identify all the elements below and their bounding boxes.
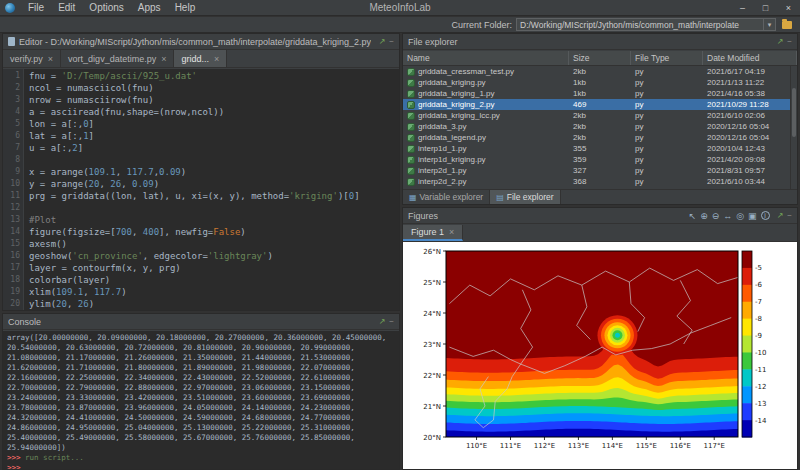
- menu-edit[interactable]: Edit: [51, 0, 82, 16]
- svg-text:-6: -6: [755, 281, 763, 289]
- file-row[interactable]: interp2d_2.py368py2021/6/10 03:44: [403, 176, 790, 187]
- close-icon[interactable]: ×: [161, 54, 166, 64]
- file-name-cell: griddata_legend.py: [403, 133, 569, 142]
- file-row[interactable]: griddata_kriging_lcc.py2kbpy2021/6/10 02…: [403, 110, 790, 121]
- scrollbar-thumb[interactable]: [792, 88, 796, 137]
- menu-file[interactable]: File: [21, 0, 51, 16]
- code-token: geoshow(: [29, 251, 72, 261]
- bottom-tab-label: Variable explorer: [420, 192, 484, 202]
- column-header-size[interactable]: Size: [569, 51, 631, 65]
- menu-help[interactable]: Help: [168, 0, 203, 16]
- minimize-panel-icon[interactable]: −: [389, 35, 394, 49]
- folder-icon: ▤: [496, 193, 504, 202]
- console-output[interactable]: array([20.00000000, 20.09000000, 20.1800…: [3, 331, 399, 469]
- code-line: ylim(20, 26): [29, 298, 399, 310]
- file-row[interactable]: griddata_legend.py2kbpy2020/12/16 05:04: [403, 132, 790, 143]
- line-number: 4: [3, 106, 20, 118]
- code-area[interactable]: fnu = 'D:/Temp/ascii/925_u.dat'ncol = nu…: [24, 69, 399, 310]
- file-row[interactable]: griddata_kriging.py1kbpy2021/1/13 11:22: [403, 77, 790, 88]
- minimize-panel-icon[interactable]: −: [787, 209, 792, 223]
- code-token: 400: [143, 227, 159, 237]
- file-row[interactable]: griddata_kriging_2.py469py2021/10/29 11:…: [403, 99, 790, 110]
- window-close-button[interactable]: ×: [777, 0, 800, 16]
- figure-tab-label: Figure 1: [411, 227, 444, 237]
- float-panel-icon[interactable]: ↗: [777, 35, 784, 49]
- figure-canvas[interactable]: 110°E111°E112°E113°E114°E115°E116°E117°E…: [403, 242, 797, 469]
- close-icon[interactable]: ×: [214, 54, 219, 64]
- file-row[interactable]: griddata_3.py2kbpy2020/12/16 05:04: [403, 121, 790, 132]
- window-controls: – □ ×: [731, 0, 800, 16]
- editor-tab-gridd-[interactable]: gridd...×: [174, 50, 227, 67]
- menu-options[interactable]: Options: [82, 0, 130, 16]
- editor-tab-vort-digv-datetime-py[interactable]: vort_digv_datetime.py×: [61, 50, 174, 67]
- console-text: 25.40000000, 25.49000000, 25.58000000, 2…: [7, 433, 355, 442]
- column-header-file-type[interactable]: File Type: [631, 51, 703, 65]
- file-row[interactable]: griddata_cressman_test.py2kbpy2021/6/17 …: [403, 66, 790, 77]
- file-size-cell: 2kb: [569, 122, 631, 131]
- column-header-name[interactable]: Name: [403, 51, 569, 65]
- code-token: lat = a[:,: [29, 131, 83, 141]
- menu-apps[interactable]: Apps: [131, 0, 168, 16]
- window-minimize-button[interactable]: –: [731, 0, 754, 16]
- figure-tab[interactable]: Figure 1 ×: [403, 225, 463, 241]
- float-panel-icon[interactable]: ↗: [379, 35, 386, 49]
- float-panel-icon[interactable]: ↗: [777, 209, 784, 223]
- zoom-in-icon[interactable]: ⊕: [700, 209, 708, 223]
- file-name: interp2d_1.py: [418, 166, 466, 175]
- code-token: 117.7: [94, 287, 121, 297]
- svg-text:116°E: 116°E: [670, 442, 691, 450]
- code-token: layer = contourfm(x, y, prg): [29, 263, 181, 273]
- chevron-down-icon[interactable]: ▾: [763, 19, 775, 30]
- line-number: 2: [3, 82, 20, 94]
- column-header-date-modified[interactable]: Date Modified: [703, 51, 797, 65]
- scrollbar[interactable]: [790, 66, 797, 189]
- zoom-out-icon[interactable]: ⊖: [712, 209, 720, 223]
- svg-text:115°E: 115°E: [636, 442, 657, 450]
- file-type-cell: py: [631, 133, 703, 142]
- console-text: 23.78000000, 23.87000000, 23.96000000, 2…: [7, 403, 355, 412]
- code-token: ], newfig=: [159, 227, 213, 237]
- code-token: 'D:/Temp/ascii/925_u.dat': [62, 71, 197, 81]
- file-name-cell: griddata_kriging_2.py: [403, 100, 569, 109]
- close-icon[interactable]: ×: [449, 227, 454, 237]
- file-row[interactable]: interp2d_1.py327py2021/8/31 09:57: [403, 165, 790, 176]
- file-type-cell: py: [631, 177, 703, 186]
- code-line: #Plot: [29, 214, 399, 226]
- code-token: lon = a[:,: [29, 119, 83, 129]
- svg-text:112°E: 112°E: [534, 442, 555, 450]
- code-token: ): [154, 179, 159, 189]
- code-token: ncol = numasciicol(fnu): [29, 83, 154, 93]
- browse-folder-button[interactable]: [779, 18, 795, 31]
- code-token: 'cn_province': [72, 251, 142, 261]
- close-icon[interactable]: ×: [48, 54, 53, 64]
- code-token: colorbar(layer): [29, 275, 110, 285]
- code-line: axesm(): [29, 238, 399, 250]
- app-logo-icon: [5, 3, 15, 13]
- save-icon[interactable]: ▣: [748, 209, 757, 223]
- file-row[interactable]: interp1d_kriging.py359py2021/4/20 09:08: [403, 154, 790, 165]
- pan-icon[interactable]: ↔: [723, 209, 732, 223]
- minimize-panel-icon[interactable]: −: [787, 35, 792, 49]
- file-row[interactable]: griddata_kriging_1.py1kbpy2021/4/16 05:3…: [403, 88, 790, 99]
- bottom-tab-variable-explorer[interactable]: ▦Variable explorer: [403, 190, 490, 204]
- bottom-tab-file-explorer[interactable]: ▤File explorer: [490, 190, 560, 204]
- full-extent-icon[interactable]: ◎: [736, 209, 744, 223]
- editor-tab-verify-py[interactable]: verify.py×: [3, 50, 61, 67]
- file-modified-cell: 2020/12/16 05:04: [703, 122, 790, 131]
- file-type-cell: py: [631, 166, 703, 175]
- code-token: 20: [56, 299, 67, 309]
- file-type-cell: py: [631, 122, 703, 131]
- editor-tab-bar: verify.py×vort_digv_datetime.py×gridd...…: [3, 50, 399, 68]
- file-size-cell: 368: [569, 177, 631, 186]
- python-file-icon: [407, 145, 415, 153]
- window-maximize-button[interactable]: □: [754, 0, 777, 16]
- code-token: 26: [110, 179, 121, 189]
- file-row[interactable]: interp1d_1.py355py2020/10/4 12:43: [403, 143, 790, 154]
- pointer-icon[interactable]: ↖: [689, 209, 697, 223]
- minimize-panel-icon[interactable]: −: [389, 315, 394, 329]
- float-panel-icon[interactable]: ↗: [379, 315, 386, 329]
- info-icon[interactable]: i: [761, 211, 770, 220]
- console-text: 25.94000000]): [7, 443, 66, 452]
- current-folder-combobox[interactable]: D:/Working/MIScript/Jython/mis/common_ma…: [516, 18, 776, 31]
- code-token: 'kriging': [289, 191, 338, 201]
